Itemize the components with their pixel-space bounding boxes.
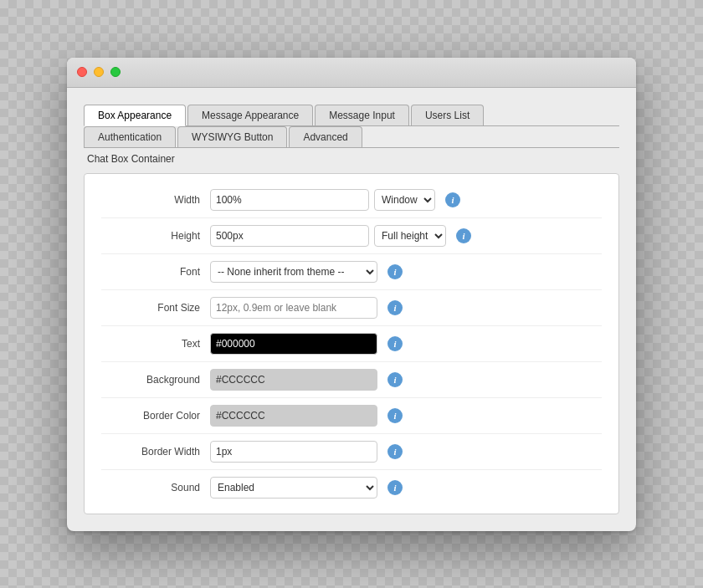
border-width-row: Border Width i [101, 434, 602, 470]
sound-row: Sound Enabled Disabled i [101, 470, 602, 505]
font-size-info-icon[interactable]: i [387, 300, 403, 315]
border-color-input[interactable] [210, 405, 377, 427]
tab-message-input[interactable]: Message Input [315, 105, 409, 125]
border-width-label: Border Width [101, 446, 210, 458]
tab-advanced[interactable]: Advanced [289, 126, 362, 147]
height-label: Height [101, 230, 210, 242]
height-input[interactable] [210, 225, 369, 247]
background-controls: i [210, 369, 602, 391]
width-input[interactable] [210, 189, 369, 211]
width-label: Width [101, 194, 210, 206]
font-info-icon[interactable]: i [387, 264, 403, 279]
border-color-controls: i [210, 405, 602, 427]
sound-label: Sound [101, 482, 210, 493]
sound-controls: Enabled Disabled i [210, 477, 602, 499]
titlebar [67, 58, 636, 88]
font-size-controls: i [210, 297, 602, 319]
height-info-icon[interactable]: i [456, 228, 471, 243]
text-color-input[interactable] [210, 333, 377, 355]
tab-message-appearance[interactable]: Message Appearance [187, 105, 313, 125]
font-controls: -- None inherit from theme -- i [210, 261, 602, 283]
sound-select[interactable]: Enabled Disabled [210, 477, 377, 499]
tab-users-list[interactable]: Users List [411, 105, 484, 125]
tab-wysiwyg-button[interactable]: WYSIWYG Button [177, 126, 287, 147]
width-row: Width Window Fixed i [101, 182, 602, 218]
text-color-controls: i [210, 333, 602, 355]
height-row: Height Full height Fixed i [101, 218, 602, 254]
height-controls: Full height Fixed i [210, 225, 602, 247]
close-button[interactable] [77, 67, 87, 77]
sound-info-icon[interactable]: i [387, 480, 403, 495]
text-color-row: Text i [101, 326, 602, 362]
tab-row-1: Box Appearance Message Appearance Messag… [84, 105, 619, 126]
maximize-button[interactable] [110, 67, 121, 77]
font-size-label: Font Size [101, 302, 210, 314]
font-size-row: Font Size i [101, 290, 602, 326]
border-width-controls: i [210, 441, 602, 463]
tab-row-2: Authentication WYSIWYG Button Advanced [84, 126, 619, 148]
font-label: Font [101, 266, 210, 278]
width-info-icon[interactable]: i [445, 192, 460, 207]
background-info-icon[interactable]: i [387, 372, 403, 387]
background-label: Background [101, 374, 210, 386]
border-color-row: Border Color i [101, 398, 602, 434]
font-size-input[interactable] [210, 297, 377, 319]
background-input[interactable] [210, 369, 377, 391]
text-color-info-icon[interactable]: i [387, 336, 403, 351]
border-color-info-icon[interactable]: i [387, 408, 403, 423]
tab-authentication[interactable]: Authentication [84, 126, 176, 147]
height-select[interactable]: Full height Fixed [374, 225, 446, 247]
width-controls: Window Fixed i [210, 189, 602, 211]
form-area: Width Window Fixed i Height Full height [84, 173, 619, 514]
font-row: Font -- None inherit from theme -- i [101, 254, 602, 290]
border-width-input[interactable] [210, 441, 377, 463]
width-select[interactable]: Window Fixed [374, 189, 435, 211]
window-content: Box Appearance Message Appearance Messag… [67, 88, 636, 531]
background-row: Background i [101, 362, 602, 398]
border-width-info-icon[interactable]: i [387, 444, 403, 459]
tab-box-appearance[interactable]: Box Appearance [84, 105, 186, 126]
text-color-label: Text [101, 338, 210, 350]
section-title: Chat Box Container [84, 153, 619, 165]
font-select[interactable]: -- None inherit from theme -- [210, 261, 377, 283]
minimize-button[interactable] [94, 67, 104, 77]
border-color-label: Border Color [101, 410, 210, 422]
settings-window: Box Appearance Message Appearance Messag… [67, 58, 636, 531]
